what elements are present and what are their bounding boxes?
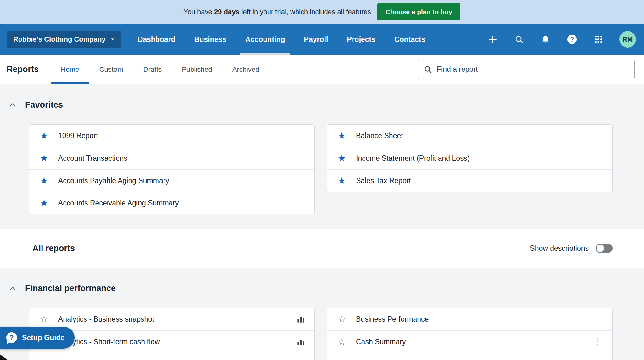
apps-grid-icon: [594, 35, 603, 44]
report-row[interactable]: ★ Balance Sheet: [327, 125, 612, 147]
report-name: Cash Summary: [356, 338, 406, 346]
nav-item-business[interactable]: Business: [185, 24, 236, 55]
nav-item-projects[interactable]: Projects: [337, 24, 385, 55]
all-reports-title: All reports: [32, 244, 75, 253]
tab-home[interactable]: Home: [51, 55, 89, 84]
nav-item-contacts[interactable]: Contacts: [385, 24, 435, 55]
report-row[interactable]: ☆ Business Performance: [327, 308, 612, 330]
favorites-section: Favorites ★ 1099 Report ★ Account Transa…: [0, 84, 644, 229]
nav-item-payroll[interactable]: Payroll: [295, 24, 338, 55]
nav-item-dashboard[interactable]: Dashboard: [128, 24, 185, 55]
favorite-star-icon[interactable]: ★: [39, 154, 49, 163]
toggle-knob: [597, 245, 604, 252]
org-selector[interactable]: Robbie's Clothing Company: [7, 31, 121, 48]
all-reports-band: All reports Show descriptions: [0, 229, 644, 268]
favorite-star-icon[interactable]: ★: [39, 176, 49, 185]
financial-column-right: ☆ Business Performance ☆ Cash Summary ⋮: [327, 308, 613, 360]
financial-performance-section: Financial performance ☆ Analytics - Busi…: [0, 268, 644, 360]
show-descriptions-control: Show descriptions: [530, 244, 613, 253]
financial-collapse-button[interactable]: [8, 284, 17, 293]
report-name: Balance Sheet: [356, 132, 403, 140]
favorite-star-icon[interactable]: ★: [39, 199, 49, 208]
financial-performance-header: Financial performance: [0, 284, 644, 293]
find-report-input[interactable]: [437, 65, 629, 74]
favorites-column-right: ★ Balance Sheet ★ Income Statement (Prof…: [327, 124, 613, 192]
favorite-star-outline-icon[interactable]: ☆: [39, 315, 49, 324]
report-row[interactable]: ☆ Cash Summary ⋮: [327, 330, 612, 353]
report-row[interactable]: ★ 1099 Report: [29, 125, 314, 147]
report-name: Income Statement (Profit and Loss): [356, 154, 470, 163]
search-icon: [514, 35, 524, 44]
kebab-menu-icon[interactable]: ⋮: [591, 337, 603, 346]
favorite-star-outline-icon[interactable]: ☆: [336, 337, 347, 346]
bell-icon: [541, 35, 550, 44]
trial-message-prefix: You have: [184, 8, 214, 16]
notifications-button[interactable]: [540, 34, 551, 45]
trial-days-remaining: 29 days: [214, 8, 240, 16]
main-nav-items: Dashboard Business Accounting Payroll Pr…: [128, 24, 435, 55]
favorite-star-icon[interactable]: ★: [39, 131, 49, 140]
apps-menu-button[interactable]: [593, 34, 604, 45]
financial-grid: ☆ Analytics - Business snapshot ☆ Analyt…: [0, 308, 644, 360]
show-descriptions-label: Show descriptions: [530, 244, 589, 253]
report-row[interactable]: ★ Sales Tax Report: [327, 169, 612, 192]
report-name: Sales Tax Report: [356, 177, 411, 185]
trial-banner: You have 29 days left in your trial, whi…: [0, 0, 644, 24]
report-row[interactable]: [327, 353, 612, 360]
report-name: 1099 Report: [58, 132, 98, 140]
report-name: Accounts Payable Aging Summary: [58, 177, 169, 185]
create-new-button[interactable]: [487, 34, 498, 45]
chevron-up-icon: [8, 284, 17, 293]
choose-plan-button[interactable]: Choose a plan to buy: [377, 3, 460, 20]
favorites-collapse-button[interactable]: [8, 101, 17, 110]
report-name: Account Transactions: [58, 154, 127, 163]
report-row[interactable]: ☆ Analytics - Business snapshot: [29, 308, 314, 330]
show-descriptions-toggle[interactable]: [596, 244, 613, 253]
favorite-star-outline-icon[interactable]: ☆: [336, 315, 347, 324]
search-icon: [424, 65, 432, 74]
favorite-star-icon[interactable]: ★: [336, 154, 347, 163]
report-row[interactable]: ★ Accounts Payable Aging Summary: [29, 169, 314, 192]
favorites-grid: ★ 1099 Report ★ Account Transactions ★ A…: [0, 124, 644, 214]
favorites-header: Favorites: [0, 100, 644, 110]
trial-message: You have 29 days left in your trial, whi…: [184, 8, 371, 16]
help-icon: ?: [567, 35, 577, 44]
chevron-up-icon: [8, 101, 17, 109]
tab-published[interactable]: Published: [172, 55, 222, 84]
nav-item-accounting[interactable]: Accounting: [236, 24, 295, 55]
report-row[interactable]: ★ Accounts Receivable Aging Summary: [29, 192, 314, 214]
reports-subnav: Reports Home Custom Drafts Published Arc…: [0, 55, 644, 84]
bar-chart-icon: [297, 315, 305, 323]
favorite-star-icon[interactable]: ★: [336, 131, 347, 140]
trial-message-suffix: left in your trial, which includes all f…: [240, 8, 371, 16]
tab-custom[interactable]: Custom: [89, 55, 133, 84]
find-report-search: [418, 60, 635, 79]
favorite-star-icon[interactable]: ★: [336, 176, 347, 185]
report-row[interactable]: [29, 353, 314, 360]
main-nav: Robbie's Clothing Company Dashboard Busi…: [0, 24, 644, 55]
tab-archived[interactable]: Archived: [222, 55, 269, 84]
report-name: Business Performance: [356, 315, 429, 323]
financial-performance-title: Financial performance: [25, 284, 116, 293]
setup-guide-label: Setup Guide: [22, 334, 64, 342]
report-row[interactable]: ★ Account Transactions: [29, 147, 314, 169]
global-search-button[interactable]: [514, 34, 525, 45]
plus-icon: [488, 35, 497, 44]
caret-down-icon: [110, 37, 115, 42]
favorites-column-left: ★ 1099 Report ★ Account Transactions ★ A…: [29, 124, 315, 214]
nav-right-icons: ? RM: [487, 31, 636, 48]
setup-guide-button[interactable]: ? Setup Guide: [0, 327, 75, 349]
tab-drafts[interactable]: Drafts: [133, 55, 172, 84]
setup-guide-help-icon: ?: [6, 332, 17, 343]
bar-chart-icon: [297, 338, 305, 346]
page-title: Reports: [7, 55, 39, 84]
avatar[interactable]: RM: [619, 31, 636, 48]
help-button[interactable]: ?: [567, 34, 577, 45]
favorites-title: Favorites: [25, 100, 63, 110]
report-row[interactable]: ★ Income Statement (Profit and Loss): [327, 147, 612, 169]
org-name: Robbie's Clothing Company: [13, 35, 106, 43]
report-name: Accounts Receivable Aging Summary: [58, 199, 179, 207]
report-name: Analytics - Business snapshot: [58, 315, 154, 323]
